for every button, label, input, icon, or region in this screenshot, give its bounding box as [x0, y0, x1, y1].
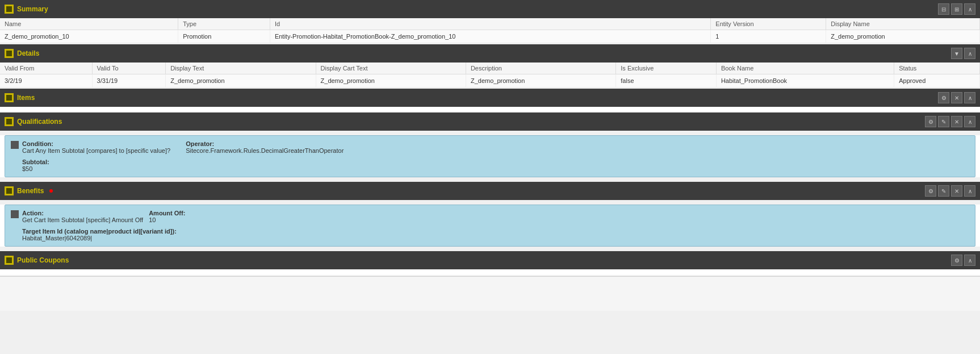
public-coupons-header: Public Coupons ⚙ ∧: [0, 251, 980, 269]
items-settings-button[interactable]: ⚙: [938, 92, 949, 103]
qualifications-controls: ⚙ ✎ ✕ ∧: [925, 116, 975, 127]
items-section: Items ⚙ ✕ ∧: [0, 89, 980, 111]
public-coupons-collapse-button[interactable]: ∧: [964, 255, 975, 266]
qualification-subtotal-label: Subtotal:: [22, 159, 49, 165]
qualifications-card: Condition: Cart Any Item Subtotal [compa…: [5, 135, 975, 177]
qualification-condition-value: Cart Any Item Subtotal [compares] to [sp…: [22, 147, 170, 154]
details-col-display-text: Display Text: [166, 63, 316, 74]
details-row-display-text: Z_demo_promotion: [166, 74, 316, 88]
benefit-action-field: Action: Get Cart Item Subtotal [specific…: [22, 210, 143, 223]
benefits-body: Action: Get Cart Item Subtotal [specific…: [0, 205, 980, 247]
qualification-operator-value: Sitecore.Framework.Rules.DecimalGreaterT…: [186, 147, 344, 154]
qualifications-close-button[interactable]: ✕: [951, 116, 962, 127]
benefits-title: Benefits: [17, 187, 44, 195]
benefit-card-icon: [11, 210, 19, 218]
benefits-card: Action: Get Cart Item Subtotal [specific…: [5, 205, 975, 247]
details-table-header-row: Valid From Valid To Display Text Display…: [0, 63, 980, 74]
summary-icon: [5, 5, 14, 14]
benefit-amount-value: 10: [149, 216, 156, 223]
footer-area: [0, 277, 980, 311]
summary-data-row: Z_demo_promotion_10 Promotion Entity-Pro…: [0, 30, 980, 43]
benefits-controls: ⚙ ✎ ✕ ∧: [925, 185, 975, 197]
details-col-book-name: Book Name: [716, 63, 894, 74]
benefit-amount-label: Amount Off:: [149, 210, 185, 216]
benefit-action-value: Get Cart Item Subtotal [specific] Amount…: [22, 216, 143, 223]
benefits-alert-dot: [49, 189, 53, 193]
benefits-close-button[interactable]: ✕: [951, 185, 962, 197]
items-collapse-button[interactable]: ∧: [964, 92, 975, 103]
qualification-operator-field: Operator: Sitecore.Framework.Rules.Decim…: [186, 140, 344, 154]
details-row-status: Approved: [894, 74, 980, 88]
benefits-icon: [5, 186, 14, 195]
benefits-edit-button[interactable]: ✎: [938, 185, 949, 197]
details-dropdown-button[interactable]: ▼: [951, 48, 962, 59]
summary-col-type: Type: [178, 18, 270, 30]
public-coupons-controls: ⚙ ∧: [951, 255, 975, 266]
qualifications-section: Qualifications ⚙ ✎ ✕ ∧ Condition: Cart A…: [0, 113, 980, 177]
summary-row-name: Z_demo_promotion_10: [0, 30, 178, 43]
details-row-display-cart-text: Z_demo_promotion: [316, 74, 466, 88]
benefits-header: Benefits ⚙ ✎ ✕ ∧: [0, 182, 980, 200]
details-header: Details ▼ ∧: [0, 44, 980, 63]
qualifications-body: Condition: Cart Any Item Subtotal [compa…: [0, 135, 980, 177]
summary-controls: ⊟ ⊞ ∧: [938, 3, 975, 15]
summary-title: Summary: [17, 5, 48, 13]
qualification-subtotal-field: Subtotal: $50: [11, 159, 969, 172]
public-coupons-settings-button[interactable]: ⚙: [951, 255, 962, 266]
details-col-is-exclusive: Is Exclusive: [616, 63, 717, 74]
details-section: Details ▼ ∧ Valid From Valid To Display …: [0, 44, 980, 88]
qualification-subtotal-value: $50: [22, 165, 32, 172]
summary-col-display-name: Display Name: [826, 18, 980, 30]
details-row-description: Z_demo_promotion: [466, 74, 615, 88]
details-row-valid-to: 3/31/19: [92, 74, 166, 88]
items-title: Items: [17, 94, 35, 102]
public-coupons-header-left: Public Coupons: [5, 256, 69, 265]
details-collapse-button[interactable]: ∧: [964, 48, 975, 59]
summary-row-id: Entity-Promotion-Habitat_PromotionBook-Z…: [270, 30, 710, 43]
items-controls: ⚙ ✕ ∧: [938, 92, 975, 103]
qualifications-header: Qualifications ⚙ ✎ ✕ ∧: [0, 113, 980, 131]
items-body: [0, 107, 980, 111]
benefit-target-value: Habitat_Master|6042089|: [22, 235, 92, 241]
details-col-display-cart-text: Display Cart Text: [316, 63, 466, 74]
public-coupons-icon: [5, 256, 14, 265]
benefits-section: Benefits ⚙ ✎ ✕ ∧ Action: Get Cart Item S…: [0, 182, 980, 247]
details-data-row: 3/2/19 3/31/19 Z_demo_promotion Z_demo_p…: [0, 74, 980, 88]
summary-col-entity-version: Entity Version: [711, 18, 826, 30]
qualifications-collapse-button[interactable]: ∧: [964, 116, 975, 127]
benefit-target-label: Target Item Id (catalog name|product id|…: [22, 228, 177, 235]
qualifications-card-fields: Condition: Cart Any Item Subtotal [compa…: [22, 140, 344, 156]
summary-table-header-row: Name Type Id Entity Version Display Name: [0, 18, 980, 30]
qualifications-settings-button[interactable]: ⚙: [925, 116, 936, 127]
details-col-valid-from: Valid From: [0, 63, 92, 74]
summary-minimize-button[interactable]: ⊟: [938, 3, 949, 15]
details-title: Details: [17, 49, 39, 57]
qualification-condition-label: Condition:: [22, 140, 53, 147]
details-icon: [5, 49, 14, 58]
items-close-button[interactable]: ✕: [951, 92, 962, 103]
details-col-description: Description: [466, 63, 615, 74]
summary-col-name: Name: [0, 18, 178, 30]
summary-header: Summary ⊟ ⊞ ∧: [0, 0, 980, 18]
benefit-target-field: Target Item Id (catalog name|product id|…: [11, 228, 969, 241]
benefits-settings-button[interactable]: ⚙: [925, 185, 936, 197]
qualification-condition-field: Condition: Cart Any Item Subtotal [compa…: [22, 140, 180, 154]
summary-restore-button[interactable]: ⊞: [951, 3, 962, 15]
summary-col-id: Id: [270, 18, 710, 30]
benefits-collapse-button[interactable]: ∧: [964, 185, 975, 197]
details-col-valid-to: Valid To: [92, 63, 166, 74]
qualifications-edit-button[interactable]: ✎: [938, 116, 949, 127]
public-coupons-section: Public Coupons ⚙ ∧: [0, 251, 980, 275]
summary-header-left: Summary: [5, 5, 48, 14]
qualifications-title: Qualifications: [17, 118, 62, 126]
public-coupons-title: Public Coupons: [17, 256, 69, 264]
summary-collapse-button[interactable]: ∧: [964, 3, 975, 15]
summary-row-type: Promotion: [178, 30, 270, 43]
public-coupons-body: [0, 269, 980, 275]
qualifications-icon: [5, 117, 14, 126]
qualifications-header-left: Qualifications: [5, 117, 62, 126]
details-col-status: Status: [894, 63, 980, 74]
summary-section: Summary ⊟ ⊞ ∧ Name Type Id Entity Versio…: [0, 0, 980, 43]
summary-row-entity-version: 1: [711, 30, 826, 43]
card-icon: [11, 141, 19, 149]
